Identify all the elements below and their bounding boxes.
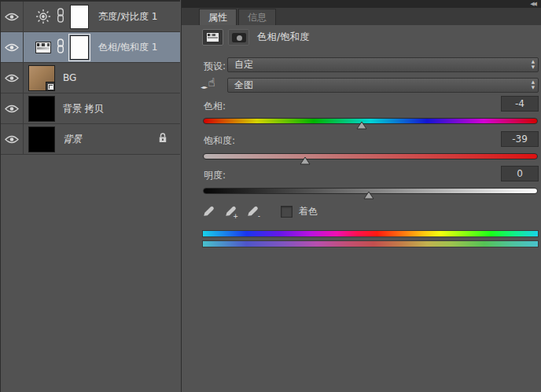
channel-dropdown[interactable]: 全图 ▲▼ [227,78,539,93]
brightness-contrast-icon [35,9,51,24]
layer-name[interactable]: 亮度/对比度 1 [98,10,158,24]
layer-thumbnail[interactable] [28,65,55,91]
adjustment-header: 色相/饱和度 [202,29,310,46]
properties-panel: ◀◀ 属性 信息 色相/饱和度 预设: 自定 ▲▼ ☝ ◄► 全图 ▲▼ [181,0,541,392]
layer-name[interactable]: 色相/饱和度 1 [98,41,158,54]
lock-icon [158,132,167,147]
tab-info[interactable]: 信息 [238,9,276,25]
smart-object-badge-icon [46,82,55,91]
lightness-slider-track[interactable] [203,188,538,194]
dropdown-spinner-icon: ▲▼ [532,79,535,90]
layer-row-background-copy[interactable]: 背景 拷贝 [1,93,180,124]
hue-slider-track[interactable] [203,118,538,124]
layer-name[interactable]: BG [63,72,76,83]
visibility-eye-icon[interactable] [1,2,24,31]
panel-tab-bar: 属性 信息 [182,8,541,25]
channel-value: 全图 [234,79,253,90]
visibility-eye-icon[interactable] [1,124,24,154]
visibility-eye-icon[interactable] [1,93,24,123]
layer-thumbnail[interactable] [28,96,55,122]
spectrum-bar-original [202,230,539,237]
lightness-slider-thumb[interactable] [363,188,374,196]
dropdown-spinner-icon: ▲▼ [532,59,535,70]
collapse-panel-icon[interactable]: ◀◀ [530,0,535,8]
photoshop-workspace: 亮度/对比度 1 色相/饱和度 1 BG [0,0,541,392]
spectrum-bar-adjusted [202,240,539,247]
lightness-label: 明度: [204,169,226,182]
hue-saturation-layer-icon [35,42,51,53]
visibility-eye-icon[interactable] [1,63,24,93]
visibility-eye-icon[interactable] [1,32,24,62]
eyedropper-icon[interactable] [202,203,216,219]
hue-value-field[interactable]: -4 [501,96,539,112]
saturation-label: 饱和度: [204,134,235,148]
layer-row-brightness-contrast[interactable]: 亮度/对比度 1 [1,2,180,32]
saturation-slider-thumb[interactable] [300,153,311,162]
tab-properties[interactable]: 属性 [199,9,237,25]
hue-label: 色相: [204,100,226,113]
layer-mask-link-icon[interactable] [57,8,64,26]
adjustment-title: 色相/饱和度 [257,31,310,44]
layer-row-hue-saturation[interactable]: 色相/饱和度 1 [1,32,180,63]
hue-slider-thumb[interactable] [356,118,367,126]
layer-name[interactable]: 背景 拷贝 [63,102,104,115]
saturation-value-field[interactable]: -39 [501,131,539,147]
layer-mask-thumbnail[interactable] [70,5,89,29]
saturation-slider-track[interactable] [203,153,538,159]
layer-row-bg[interactable]: BG [1,63,180,93]
layer-mask-thumbnail[interactable] [70,35,89,60]
preset-value: 自定 [234,59,253,70]
adjustment-settings-icon[interactable] [202,29,223,46]
layer-mask-link-icon[interactable] [57,38,64,57]
preset-dropdown[interactable]: 自定 ▲▼ [227,57,539,72]
layer-name[interactable]: 背景 [63,133,82,146]
colorize-checkbox[interactable] [281,206,293,218]
colorize-label: 着色 [299,205,318,218]
lightness-value-field[interactable]: 0 [501,166,539,181]
panel-header-bar: ◀◀ [182,0,541,8]
layer-mask-icon[interactable] [228,29,249,46]
layers-panel: 亮度/对比度 1 色相/饱和度 1 BG [0,0,180,392]
layer-thumbnail[interactable] [28,126,55,152]
targeted-adjustment-hand-icon[interactable]: ☝ ◄► [203,75,220,93]
preset-label: 预设: [204,60,226,73]
eyedropper-row: + - 着色 [202,203,318,219]
eyedropper-subtract-icon[interactable]: - [246,203,260,219]
layer-row-background[interactable]: 背景 [1,124,180,155]
eyedropper-add-icon[interactable]: + [224,203,238,219]
